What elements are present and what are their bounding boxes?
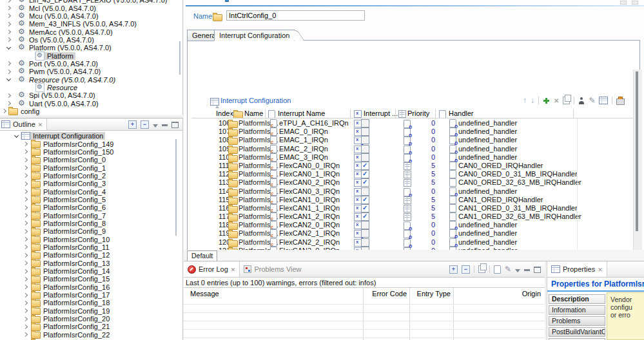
cell-priority[interactable]: 5 xyxy=(418,162,435,169)
tree-chevron-icon[interactable] xyxy=(22,150,28,153)
cell-interrupt-name[interactable]: FlexCAN1_1_IRQn xyxy=(279,204,340,212)
outline-item[interactable]: PlatformIsrConfig_3 xyxy=(0,180,182,187)
outline-item[interactable]: PlatformIsrConfig_17 xyxy=(0,291,182,299)
interrupt-enabled-checkbox[interactable] xyxy=(361,196,369,204)
cell-handler[interactable]: CAN1_ORED_0_31_MB_IRQHandler xyxy=(458,204,578,212)
module-tree-item[interactable]: Port (V5.0.0, AS4.7.0) xyxy=(0,60,182,68)
interrupt-enabled-checkbox[interactable] xyxy=(361,153,369,162)
cell-priority[interactable]: 0 xyxy=(418,145,435,153)
outline-item[interactable]: PlatformIsrConfig_22 xyxy=(0,331,182,339)
cell-priority[interactable]: 5 xyxy=(418,204,435,212)
cell-handler[interactable]: CAN1_ORED_IRQHandler xyxy=(458,196,543,203)
outline-root-item[interactable]: Interrupt Configuration xyxy=(0,132,182,140)
cell-interrupt-name[interactable]: FlexCAN1_2_IRQn xyxy=(279,212,340,220)
interrupt-enabled-checkbox[interactable] xyxy=(361,136,369,144)
tree-chevron-icon[interactable] xyxy=(22,270,28,273)
tree-chevron-icon[interactable] xyxy=(22,206,28,209)
cell-interrupt-name[interactable]: FlexCAN2_0_IRQn xyxy=(279,221,340,229)
export-icon[interactable] xyxy=(616,99,625,105)
column-header-interrupt-name[interactable]: Interrupt Name xyxy=(278,109,325,117)
cell-handler[interactable]: undefined_handler xyxy=(458,119,517,127)
tree-chevron-icon[interactable] xyxy=(22,166,28,169)
tree-chevron-icon[interactable] xyxy=(22,238,28,241)
edit-icon[interactable] xyxy=(589,96,595,105)
column-header-error-code[interactable]: Error Code xyxy=(363,290,407,298)
move-up-icon[interactable] xyxy=(523,96,527,105)
interrupt-row[interactable]: 117 PlatformIsr... c FlexCAN1_2_IRQn D 5… xyxy=(191,212,641,220)
column-header-entry-type[interactable]: Entry Type xyxy=(409,290,451,298)
module-tree-item[interactable]: Pwm (V5.0.0, AS4.7.0) xyxy=(0,68,182,75)
expand-all-icon[interactable] xyxy=(449,265,458,274)
tab-problems-view[interactable]: Problems View xyxy=(240,261,305,277)
properties-section-tab[interactable]: Description xyxy=(549,294,605,304)
interrupt-row[interactable]: 111 PlatformIsr... c FlexCAN0_0_IRQn D 5… xyxy=(191,161,641,169)
interrupt-row[interactable]: 108 PlatformIsr... c EMAC_1_IRQn D 0 D u… xyxy=(191,135,641,144)
cell-interrupt-name[interactable]: eTPU_A_CH16_IRQn xyxy=(279,119,349,127)
cell-priority[interactable]: 0 xyxy=(418,136,435,144)
tree-chevron-icon[interactable] xyxy=(13,135,19,137)
tree-chevron-icon[interactable] xyxy=(5,70,12,73)
cell-handler[interactable]: CAN0_ORED_0_31_MB_IRQHandler xyxy=(458,170,578,178)
cell-priority[interactable]: 0 xyxy=(418,238,435,246)
outline-item[interactable]: PlatformIsrConfig_14 xyxy=(0,267,182,275)
cell-handler[interactable]: undefined_handler xyxy=(458,187,517,195)
maximize-icon[interactable] xyxy=(171,122,179,128)
outline-item[interactable]: PlatformIsrConfig_1 xyxy=(0,164,182,171)
outline-item[interactable]: PlatformIsrConfig_8 xyxy=(0,220,182,227)
interrupt-row[interactable]: 115 PlatformIsr... c FlexCAN1_0_IRQn D 5… xyxy=(191,195,641,203)
outline-item[interactable]: PlatformIsrConfig_6 xyxy=(0,203,182,211)
view-menu-icon[interactable] xyxy=(515,269,520,272)
tree-chevron-icon[interactable] xyxy=(22,317,28,321)
tab-default[interactable]: Default xyxy=(187,250,217,261)
tree-chevron-icon[interactable] xyxy=(22,301,28,305)
collapse-all-icon[interactable] xyxy=(462,265,470,274)
interrupt-row[interactable]: 106 PlatformIsr... c eTPU_A_CH16_IRQn D … xyxy=(191,118,641,127)
tree-chevron-icon[interactable] xyxy=(22,278,28,281)
tree-chevron-icon[interactable] xyxy=(22,214,28,217)
column-header-interrupt-enabled[interactable]: Interrupt ... xyxy=(364,109,398,117)
module-tree-item[interactable]: Mcu (V5.0.0, AS4.7.0) xyxy=(0,12,182,20)
tree-chevron-icon[interactable] xyxy=(22,230,28,233)
module-tree-item[interactable]: Platform xyxy=(0,52,182,59)
cell-interrupt-name[interactable]: FlexCAN2_2_IRQn xyxy=(279,238,340,246)
wizard-icon[interactable] xyxy=(578,97,585,104)
cell-interrupt-name[interactable]: EMAC_0_IRQn xyxy=(279,128,328,135)
tree-chevron-icon[interactable] xyxy=(22,198,28,201)
tree-chevron-icon[interactable] xyxy=(22,309,28,312)
properties-section-tab[interactable]: PostBuildVariantConditions xyxy=(549,327,605,337)
interrupt-enabled-checkbox[interactable] xyxy=(361,238,369,247)
close-icon[interactable] xyxy=(231,265,236,273)
move-down-icon[interactable] xyxy=(531,96,534,105)
cell-priority[interactable]: 5 xyxy=(418,196,435,203)
filters-icon[interactable] xyxy=(505,265,511,274)
cell-interrupt-name[interactable]: FlexCAN1_0_IRQn xyxy=(279,196,340,203)
properties-section-tab[interactable]: Information xyxy=(549,305,605,315)
table-scrollbar-thumb[interactable] xyxy=(636,71,638,231)
module-tree-item[interactable]: Resource (V5.0.0, AS4.7.0) xyxy=(0,75,182,83)
module-tree-item[interactable]: Uart (V5.0.0, AS4.7.0) xyxy=(0,99,182,107)
minimize-icon[interactable] xyxy=(162,124,168,128)
tree-chevron-icon[interactable] xyxy=(22,261,28,265)
cell-priority[interactable]: 5 xyxy=(418,170,435,178)
tree-chevron-icon[interactable] xyxy=(5,38,12,41)
cell-handler[interactable]: undefined_handler xyxy=(458,145,517,153)
interrupt-enabled-checkbox[interactable] xyxy=(361,128,369,136)
outline-item[interactable]: PlatformIsrConfig_4 xyxy=(0,187,182,195)
interrupt-enabled-checkbox[interactable] xyxy=(361,178,369,187)
cell-priority[interactable]: 5 xyxy=(418,212,435,220)
interrupt-enabled-checkbox[interactable] xyxy=(361,212,369,221)
interrupt-enabled-checkbox[interactable] xyxy=(361,170,369,178)
cell-priority[interactable]: 0 xyxy=(418,128,435,135)
outline-item[interactable]: PlatformIsrConfig_10 xyxy=(0,235,182,243)
cell-priority[interactable]: 0 xyxy=(418,119,435,127)
cell-interrupt-name[interactable]: FlexCAN2_1_IRQn xyxy=(279,229,340,237)
module-tree-item[interactable]: MemAcc (V5.0.0, AS4.7.0) xyxy=(0,28,182,35)
cell-priority[interactable]: 0 xyxy=(418,187,435,195)
interrupt-row[interactable]: 107 PlatformIsr... c EMAC_0_IRQn D 0 D u… xyxy=(191,127,641,135)
interrupt-row[interactable]: 116 PlatformIsr... c FlexCAN1_1_IRQn D 5… xyxy=(191,203,641,212)
tree-chevron-icon[interactable] xyxy=(5,14,12,17)
cell-handler[interactable]: CAN1_ORED_32_63_MB_IRQHandler xyxy=(458,212,581,220)
interrupt-enabled-checkbox[interactable] xyxy=(361,204,369,212)
interrupt-row[interactable]: 112 PlatformIsr... c FlexCAN0_1_IRQn D 5… xyxy=(191,169,641,178)
interrupt-row[interactable]: 113 PlatformIsr... c FlexCAN0_2_IRQn D 5… xyxy=(191,178,641,186)
